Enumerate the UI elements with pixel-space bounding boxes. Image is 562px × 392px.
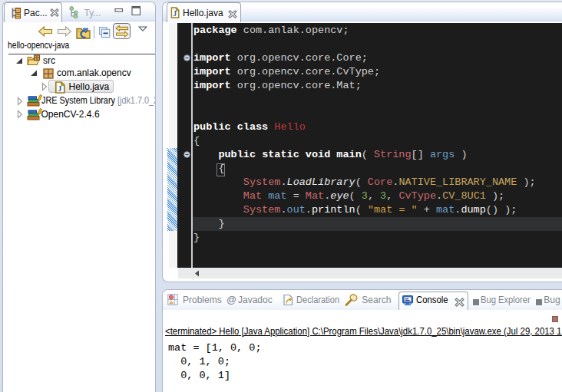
svg-text:J: J [173,9,177,18]
svg-text:J: J [58,84,62,93]
